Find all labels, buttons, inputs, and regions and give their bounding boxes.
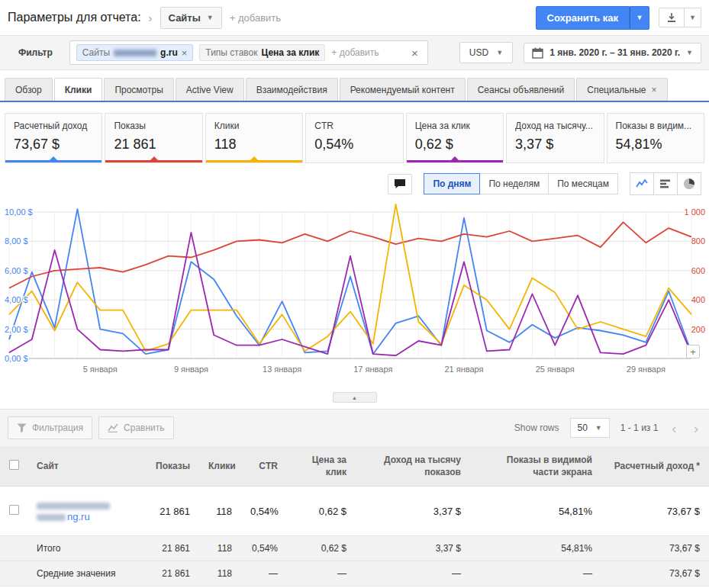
table-row[interactable]: ng.ru 21 861 118 0,54% 0,62 $ 3,37 $ 54,… [0, 487, 709, 536]
cell-ctr: 0,54% [241, 536, 287, 561]
granularity-by-day[interactable]: По дням [424, 173, 480, 194]
cell-rpm: — [356, 561, 470, 586]
svg-text:29 января: 29 января [627, 365, 665, 374]
bar-chart-button[interactable] [653, 172, 678, 195]
chevron-down-icon: ▼ [207, 14, 214, 21]
line-chart-button[interactable] [630, 172, 654, 195]
tab-label: Взаимодействия [256, 85, 327, 95]
tab-label: Обзор [15, 85, 42, 95]
tab-active-view[interactable]: Active View [176, 78, 244, 101]
metric-label: CTR [314, 120, 394, 131]
metric-color-bar [105, 160, 201, 162]
pie-chart-button[interactable] [677, 172, 701, 195]
currency-dropdown[interactable]: USD ▼ [459, 42, 513, 63]
cell-clicks: 118 [199, 561, 241, 586]
cell-viewability: — [470, 561, 601, 586]
filter-chip-sites[interactable]: Сайты g.ru × [76, 44, 194, 61]
table-filter-button[interactable]: Фильтрация [8, 416, 92, 439]
date-range-picker[interactable]: 1 янв. 2020 г. – 31 янв. 2020 г. ▼ [524, 43, 701, 63]
cell-clicks: 118 [199, 536, 241, 561]
metric-card-clicks[interactable]: Клики 118 [205, 113, 303, 163]
cell-viewability: 54,81% [470, 487, 601, 536]
date-range-label: 1 янв. 2020 г. – 31 янв. 2020 г. [549, 47, 680, 58]
cell-cpc: 0,62 $ [287, 487, 356, 536]
metric-card-ctr[interactable]: CTR 0,54% [305, 113, 403, 163]
pagination-range: 1 - 1 из 1 [620, 423, 659, 433]
column-header-impressions[interactable]: Показы [142, 446, 199, 487]
chip-name: Типы ставок [205, 47, 257, 58]
rows-per-page-dropdown[interactable]: 50 ▼ [570, 418, 610, 438]
svg-text:0,00 $: 0,00 $ [5, 354, 28, 363]
tab-overview[interactable]: Обзор [5, 78, 53, 101]
metric-color-bar [306, 160, 402, 162]
column-header-revenue[interactable]: Расчетный доход * [601, 446, 709, 487]
select-all-checkbox[interactable] [9, 460, 19, 470]
close-icon[interactable]: × [652, 85, 657, 95]
prev-page-button[interactable]: ‹ [669, 421, 679, 435]
cell-impressions: 21 861 [142, 561, 199, 586]
tab-ad-sessions[interactable]: Сеансы объявлений [467, 78, 575, 101]
granularity-toggle: По дням По неделям По месяцам [424, 173, 618, 194]
feedback-button[interactable] [388, 174, 412, 194]
tab-label: Клики [65, 85, 92, 95]
table-filter-label: Фильтрация [32, 423, 83, 433]
save-as-button[interactable]: Сохранить как [536, 6, 630, 30]
metric-label: Показы [114, 120, 193, 131]
filter-chip-bid-types[interactable]: Типы ставок Цена за клик [199, 44, 325, 61]
tab-custom[interactable]: Специальные× [576, 78, 667, 101]
redacted-site-text [37, 514, 66, 521]
close-icon[interactable]: × [182, 48, 188, 58]
redacted-site-text [114, 50, 156, 56]
save-as-caret-button[interactable]: ▼ [630, 6, 649, 30]
metric-value: 0,62 $ [415, 137, 495, 153]
dimension-dropdown-label: Сайты [169, 12, 201, 24]
metric-card-estimated-revenue[interactable]: Расчетный доход 73,67 $ [5, 113, 102, 163]
column-header-rpm[interactable]: Доход на тысячу показов [356, 446, 470, 487]
next-page-button[interactable]: › [691, 421, 701, 435]
metric-card-impressions[interactable]: Показы 21 861 [105, 113, 202, 163]
svg-text:25 января: 25 января [536, 365, 575, 374]
column-header-clicks[interactable]: Клики [199, 446, 241, 487]
filter-bar: Фильтр Сайты g.ru × Типы ставок Цена за … [0, 35, 709, 70]
averages-label: Средние значения [27, 561, 142, 586]
granularity-by-week[interactable]: По неделям [479, 173, 549, 194]
site-cell: ng.ru [27, 487, 142, 536]
tab-views[interactable]: Просмотры [104, 78, 173, 101]
tab-recommended-content[interactable]: Рекомендуемый контент [340, 78, 466, 101]
svg-text:9 января: 9 января [174, 365, 208, 374]
currency-label: USD [469, 47, 488, 58]
download-button[interactable] [659, 8, 685, 27]
metric-color-bar [507, 160, 603, 162]
tab-label: Сеансы объявлений [478, 85, 565, 95]
cell-cpc: 0,62 $ [287, 536, 356, 561]
collapse-chart-button[interactable]: ▲ [333, 392, 377, 403]
column-header-ctr[interactable]: CTR [241, 446, 287, 487]
filter-input-box[interactable]: Сайты g.ru × Типы ставок Цена за клик + … [69, 40, 428, 65]
add-dimension-button[interactable]: + добавить [230, 12, 281, 24]
column-header-cpc[interactable]: Цена за клик [287, 446, 356, 487]
granularity-by-month[interactable]: По месяцам [548, 173, 618, 194]
tab-interactions[interactable]: Взаимодействия [246, 78, 338, 101]
metric-color-notch [451, 156, 459, 160]
metric-card-rpm[interactable]: Доход на тысячу... 3,37 $ [506, 113, 604, 163]
metric-value: 3,37 $ [515, 137, 595, 153]
column-header-viewability[interactable]: Показы в видимой части экрана [470, 446, 601, 487]
site-link[interactable]: ng.ru [67, 511, 90, 522]
cell-viewability: 54,81% [470, 536, 601, 561]
metric-card-viewability[interactable]: Показы в видим... 54,81% [607, 113, 704, 163]
dimension-dropdown[interactable]: Сайты ▼ [160, 7, 222, 29]
compare-chart-icon [108, 423, 118, 432]
add-filter-placeholder[interactable]: + добавить [331, 47, 402, 58]
download-caret-button[interactable]: ▼ [685, 8, 701, 27]
tab-clicks[interactable]: Клики [54, 78, 103, 101]
chart-canvas[interactable]: 10,00 $8,00 $6,00 $4,00 $2,00 $0,00 $1 0… [0, 201, 709, 384]
row-checkbox[interactable] [9, 505, 19, 515]
zoom-in-button[interactable]: + [686, 345, 700, 358]
column-header-site[interactable]: Сайт [27, 446, 142, 487]
metric-color-bar [407, 160, 503, 162]
clear-filters-button[interactable]: × [408, 47, 421, 59]
table-compare-button[interactable]: Сравнить [98, 416, 173, 439]
metric-card-cpc[interactable]: Цена за клик 0,62 $ [406, 113, 504, 163]
download-icon [666, 12, 677, 23]
rows-per-page-value: 50 [578, 423, 588, 433]
